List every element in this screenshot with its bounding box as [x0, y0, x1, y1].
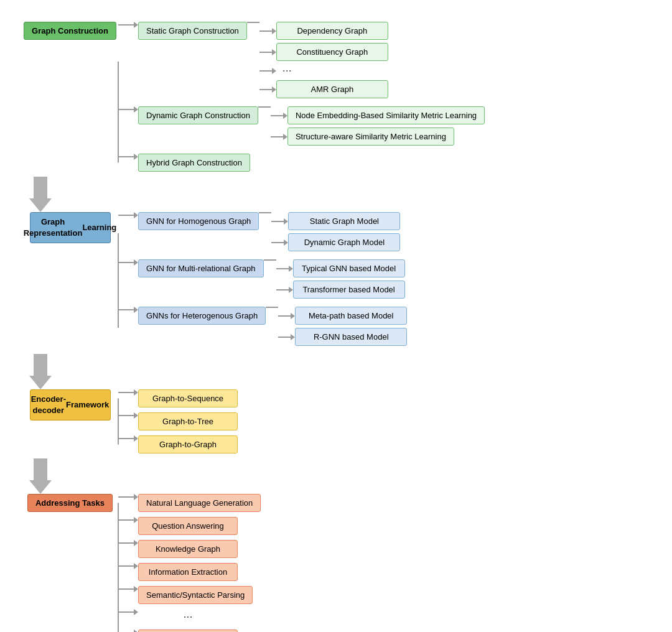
leaf-row-1: Constituency Graph — [259, 43, 388, 61]
leaf-row-1: Dynamic Graph Model — [271, 233, 400, 251]
box-graph-to-graph: Graph-to-Graph — [138, 435, 238, 453]
dots: ··· — [276, 64, 298, 77]
arrow-tip — [134, 517, 138, 523]
arrow-section — [22, 354, 650, 389]
arrow-tip — [134, 22, 138, 28]
branch-row-3: Information Extraction — [118, 563, 261, 581]
big-arrow-down — [28, 177, 53, 212]
h-line — [118, 496, 134, 498]
h-line — [118, 611, 134, 613]
arrow-tip — [134, 435, 138, 442]
box-graph-to-sequence: Graph-to-Sequence — [138, 389, 238, 407]
branches-encoder-decoder: Graph-to-SequenceGraph-to-TreeGraph-to-G… — [118, 389, 238, 458]
branch-connector — [118, 609, 138, 615]
branch-row-5: ··· — [118, 609, 261, 625]
arrow-tip — [134, 259, 138, 266]
main-label-col: Graph Construction — [22, 22, 118, 40]
main-label-col: Graph RepresentationLearning — [22, 212, 118, 243]
h-line — [271, 242, 284, 243]
branch-row-4: Semantic/Syntactic Parsing — [118, 586, 261, 604]
box-dependency-graph: Dependency Graph — [276, 22, 388, 40]
box-natural-language-generation: Natural Language Generation — [138, 494, 261, 512]
box-static-graph-model: Static Graph Model — [288, 212, 400, 230]
h-line — [278, 315, 291, 317]
arrow-tip — [134, 563, 138, 569]
branch-connector — [118, 389, 138, 396]
arrow-tip — [289, 266, 293, 272]
box-graph-representation-learning: Graph RepresentationLearning — [30, 212, 111, 243]
leaves-wrap: Static Graph ModelDynamic Graph Model — [271, 212, 400, 254]
box-dynamic-graph-model: Dynamic Graph Model — [288, 233, 400, 251]
h-line — [118, 215, 134, 216]
arrow-tip — [272, 28, 276, 34]
branch-connector — [118, 412, 138, 419]
box-node-embedding-based-similarity-metric-learning: Node Embedding-Based Similarity Metric L… — [287, 106, 485, 124]
h-line — [276, 268, 289, 269]
h-line — [271, 136, 283, 137]
h-line — [118, 565, 134, 567]
arrow-tip — [134, 609, 138, 615]
h-line — [259, 70, 272, 72]
branches-graph-representation: GNN for Homogenous GraphStatic Graph Mod… — [118, 212, 407, 354]
leaf-row-1: Structure-aware Similarity Metric Learni… — [271, 128, 485, 146]
leaf-row-2: ··· — [259, 64, 388, 77]
leaves-wrap: Meta-path based ModelR-GNN based Model — [278, 307, 407, 349]
h-line — [276, 289, 289, 290]
h-line — [266, 307, 278, 308]
arrow-tip — [134, 540, 138, 546]
leaf-row-0: Node Embedding-Based Similarity Metric L… — [271, 106, 485, 124]
box-transformer-based-model: Transformer based Model — [293, 281, 405, 299]
leaf-row-0: Meta-path based Model — [278, 307, 407, 325]
branch-connector — [118, 22, 138, 28]
arrow-tip — [284, 218, 288, 225]
big-arrow-down — [28, 354, 53, 389]
h-line — [118, 415, 134, 416]
arrow-tip — [134, 154, 138, 160]
diagram-container: Graph ConstructionStatic Graph Construct… — [12, 12, 660, 632]
arrow-tip — [134, 586, 138, 592]
box-semanticsyntactic-parsing: Semantic/Syntactic Parsing — [138, 586, 253, 604]
h-line — [118, 24, 134, 26]
branch-connector — [118, 259, 138, 266]
h-line — [118, 109, 134, 110]
arrow-section — [22, 177, 650, 212]
leaf-row-3: AMR Graph — [259, 80, 388, 98]
branch-row-0: Graph-to-Sequence — [118, 389, 238, 407]
arrow-tip — [134, 494, 138, 500]
h-line — [118, 588, 134, 590]
conn-branches: Natural Language GenerationQuestion Answ… — [118, 494, 261, 632]
box-static-graph-construction: Static Graph Construction — [138, 22, 247, 40]
leaf-row-0: Static Graph Model — [271, 212, 400, 230]
arrow-tip — [283, 113, 287, 119]
big-arrow-down — [28, 458, 53, 494]
leaves-wrap: Node Embedding-Based Similarity Metric L… — [271, 106, 485, 149]
arrow-tip — [134, 307, 138, 313]
leaf-row-1: Transformer based Model — [276, 281, 405, 299]
phase-graph-construction: Graph ConstructionStatic Graph Construct… — [22, 22, 650, 177]
h-line — [278, 337, 291, 338]
branch-row-1: Question Answering — [118, 517, 261, 535]
branch-row-0: GNN for Homogenous GraphStatic Graph Mod… — [118, 212, 407, 254]
arrow-tip — [284, 239, 288, 246]
arrow-tip — [134, 389, 138, 396]
leaf-row-1: R-GNN based Model — [278, 328, 407, 346]
arrow-tip — [272, 86, 276, 93]
arrow-tip — [283, 134, 287, 140]
leaf-row-0: Dependency Graph — [259, 22, 388, 40]
branch-connector — [118, 517, 138, 523]
box-question-answering: Question Answering — [138, 517, 238, 535]
box-gnn-for-homogenous-graph: GNN for Homogenous Graph — [138, 212, 259, 230]
h-line — [259, 89, 272, 90]
arrow-tip — [134, 630, 138, 632]
branch-row-2: Knowledge Graph — [118, 540, 261, 558]
branch-row-2: Hybrid Graph Construction — [118, 154, 485, 172]
box-information-extraction: Information Extraction — [138, 563, 238, 581]
box-amr-graph: AMR Graph — [276, 80, 388, 98]
box-graph-to-tree: Graph-to-Tree — [138, 412, 238, 430]
branch-connector — [118, 212, 138, 218]
branch-row-0: Natural Language Generation — [118, 494, 261, 512]
arrow-tip — [134, 212, 138, 218]
diagram-wrapper: Graph ConstructionStatic Graph Construct… — [22, 22, 650, 632]
h-line — [118, 309, 134, 310]
h-line — [271, 115, 283, 116]
